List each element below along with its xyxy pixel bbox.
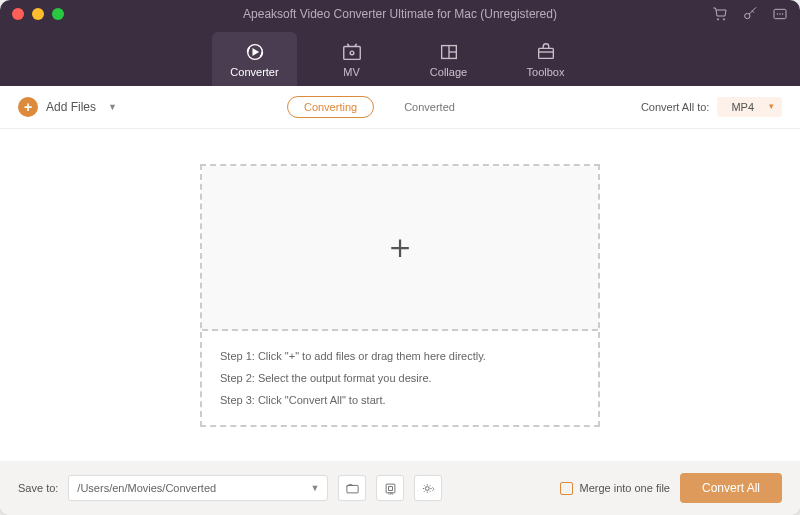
- svg-text:ON: ON: [388, 491, 393, 495]
- chevron-down-icon: ▼: [310, 483, 319, 493]
- mv-icon: [341, 41, 363, 63]
- tab-toolbox[interactable]: Toolbox: [503, 32, 588, 86]
- tab-label: Converter: [230, 66, 278, 78]
- window-title: Apeaksoft Video Converter Ultimate for M…: [0, 7, 800, 21]
- svg-point-9: [350, 51, 354, 55]
- tab-converter[interactable]: Converter: [212, 32, 297, 86]
- close-icon[interactable]: [12, 8, 24, 20]
- step-3: Step 3: Click "Convert All" to start.: [220, 389, 580, 411]
- main-area: ＋ Step 1: Click "+" to add files or drag…: [0, 129, 800, 461]
- save-to-dropdown[interactable]: /Users/en/Movies/Converted ▼: [68, 475, 328, 501]
- toolbar: + Add Files ▼ Converting Converted Conve…: [0, 86, 800, 129]
- open-folder-button[interactable]: [338, 475, 366, 501]
- tab-label: Toolbox: [527, 66, 565, 78]
- svg-rect-17: [388, 486, 392, 490]
- step-2: Step 2: Select the output format you des…: [220, 367, 580, 389]
- merge-label: Merge into one file: [579, 482, 670, 494]
- settings-button[interactable]: [414, 475, 442, 501]
- tab-collage[interactable]: Collage: [406, 32, 491, 86]
- instructions: Step 1: Click "+" to add files or drag t…: [202, 331, 598, 425]
- plus-icon: +: [18, 97, 38, 117]
- big-plus-icon: ＋: [383, 224, 417, 270]
- svg-point-19: [425, 486, 429, 490]
- tab-mv[interactable]: MV: [309, 32, 394, 86]
- svg-point-5: [780, 14, 781, 15]
- tab-label: MV: [343, 66, 360, 78]
- key-icon[interactable]: [742, 6, 758, 22]
- converting-tab[interactable]: Converting: [287, 96, 374, 118]
- app-window: Apeaksoft Video Converter Ultimate for M…: [0, 0, 800, 515]
- collage-icon: [438, 41, 460, 63]
- footer: Save to: /Users/en/Movies/Converted ▼ ON…: [0, 461, 800, 515]
- format-value: MP4: [731, 101, 754, 113]
- toolbox-icon: [535, 41, 557, 63]
- checkbox-icon: [560, 482, 573, 495]
- save-to-label: Save to:: [18, 482, 58, 494]
- add-files-dropzone[interactable]: ＋: [202, 166, 598, 331]
- minimize-icon[interactable]: [32, 8, 44, 20]
- merge-checkbox[interactable]: Merge into one file: [560, 482, 670, 495]
- svg-point-4: [777, 14, 778, 15]
- cart-icon[interactable]: [712, 6, 728, 22]
- status-segment: Converting Converted: [287, 96, 471, 118]
- convert-all-to: Convert All to: MP4: [641, 97, 782, 117]
- save-to-path: /Users/en/Movies/Converted: [77, 482, 306, 494]
- main-tabs: Converter MV Collage Toolbox: [0, 28, 800, 86]
- convert-all-button[interactable]: Convert All: [680, 473, 782, 503]
- traffic-lights: [12, 8, 64, 20]
- menu-icon[interactable]: [772, 6, 788, 22]
- svg-rect-8: [343, 46, 360, 59]
- dropzone: ＋ Step 1: Click "+" to add files or drag…: [200, 164, 600, 427]
- chevron-down-icon: ▼: [108, 102, 117, 112]
- converted-tab[interactable]: Converted: [388, 97, 471, 117]
- converter-icon: [244, 41, 266, 63]
- header-actions: [712, 6, 788, 22]
- step-1: Step 1: Click "+" to add files or drag t…: [220, 345, 580, 367]
- svg-point-1: [723, 19, 724, 20]
- format-dropdown[interactable]: MP4: [717, 97, 782, 117]
- svg-rect-15: [347, 485, 358, 493]
- svg-rect-13: [538, 48, 553, 58]
- maximize-icon[interactable]: [52, 8, 64, 20]
- add-files-button[interactable]: + Add Files ▼: [18, 97, 117, 117]
- add-files-label: Add Files: [46, 100, 96, 114]
- header: Apeaksoft Video Converter Ultimate for M…: [0, 0, 800, 86]
- svg-point-0: [717, 19, 718, 20]
- gpu-toggle-button[interactable]: ON: [376, 475, 404, 501]
- titlebar: Apeaksoft Video Converter Ultimate for M…: [0, 0, 800, 28]
- tab-label: Collage: [430, 66, 467, 78]
- convert-all-to-label: Convert All to:: [641, 101, 709, 113]
- svg-point-6: [782, 14, 783, 15]
